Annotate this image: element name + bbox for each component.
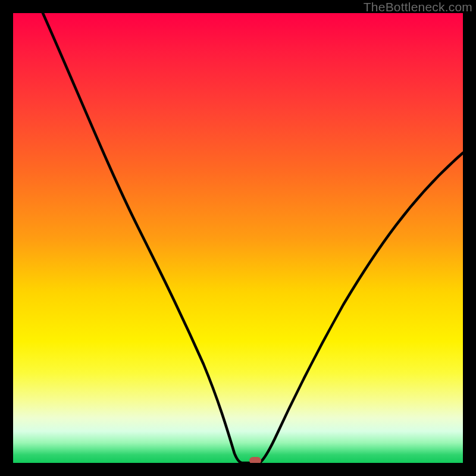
chart-frame: TheBottleneck.com xyxy=(0,0,476,476)
plot-area xyxy=(13,13,463,463)
curve-svg xyxy=(13,13,463,463)
minimum-marker xyxy=(249,457,261,463)
watermark-text: TheBottleneck.com xyxy=(364,0,472,14)
bottleneck-curve xyxy=(43,13,463,463)
